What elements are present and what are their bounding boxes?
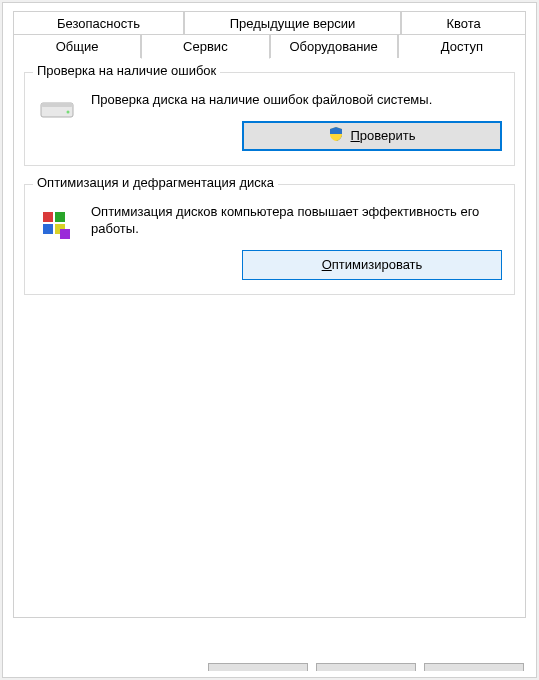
- tab-tools[interactable]: Сервис: [141, 34, 269, 59]
- check-button[interactable]: Проверить: [242, 121, 502, 151]
- tab-row-1: Безопасность Предыдущие версии Квота: [13, 11, 526, 35]
- dialog-button-stub[interactable]: [424, 663, 524, 671]
- group-legend: Проверка на наличие ошибок: [33, 63, 220, 78]
- group-optimize: Оптимизация и дефрагментация диска: [24, 184, 515, 295]
- optimize-description: Оптимизация дисков компьютера повышает э…: [91, 203, 502, 238]
- button-label: Проверить: [350, 128, 415, 143]
- tab-quota[interactable]: Квота: [401, 11, 526, 35]
- drive-icon: [39, 97, 75, 124]
- svg-rect-4: [55, 212, 65, 222]
- button-label: Оптимизировать: [322, 257, 423, 272]
- tab-label: Предыдущие версии: [230, 16, 356, 31]
- tab-label: Доступ: [441, 39, 483, 54]
- tab-label: Сервис: [183, 39, 228, 54]
- tab-hardware[interactable]: Оборудование: [270, 34, 398, 59]
- tab-previous-versions[interactable]: Предыдущие версии: [184, 11, 401, 35]
- tab-panel-tools: Проверка на наличие ошибок Проверка диск…: [13, 58, 526, 618]
- svg-rect-3: [43, 212, 53, 222]
- tab-label: Квота: [446, 16, 480, 31]
- optimize-button[interactable]: Оптимизировать: [242, 250, 502, 280]
- tab-label: Безопасность: [57, 16, 140, 31]
- dialog-button-stub[interactable]: [208, 663, 308, 671]
- tab-row-2: Общие Сервис Оборудование Доступ: [13, 34, 526, 59]
- error-check-description: Проверка диска на наличие ошибок файлово…: [91, 91, 502, 109]
- group-legend: Оптимизация и дефрагментация диска: [33, 175, 278, 190]
- properties-dialog: Безопасность Предыдущие версии Квота Общ…: [2, 2, 537, 678]
- shield-icon: [328, 126, 344, 145]
- dialog-button-stub[interactable]: [316, 663, 416, 671]
- tab-strip: Безопасность Предыдущие версии Квота Общ…: [3, 3, 536, 59]
- svg-point-2: [67, 111, 70, 114]
- svg-rect-1: [41, 103, 73, 107]
- dialog-button-bar: [208, 663, 524, 671]
- tab-label: Общие: [56, 39, 99, 54]
- tab-security[interactable]: Безопасность: [13, 11, 184, 35]
- svg-rect-7: [60, 229, 70, 239]
- tab-label: Оборудование: [289, 39, 377, 54]
- tab-sharing[interactable]: Доступ: [398, 34, 526, 59]
- group-error-check: Проверка на наличие ошибок Проверка диск…: [24, 72, 515, 166]
- tab-general[interactable]: Общие: [13, 34, 141, 59]
- svg-rect-5: [43, 224, 53, 234]
- defrag-icon: [40, 209, 74, 246]
